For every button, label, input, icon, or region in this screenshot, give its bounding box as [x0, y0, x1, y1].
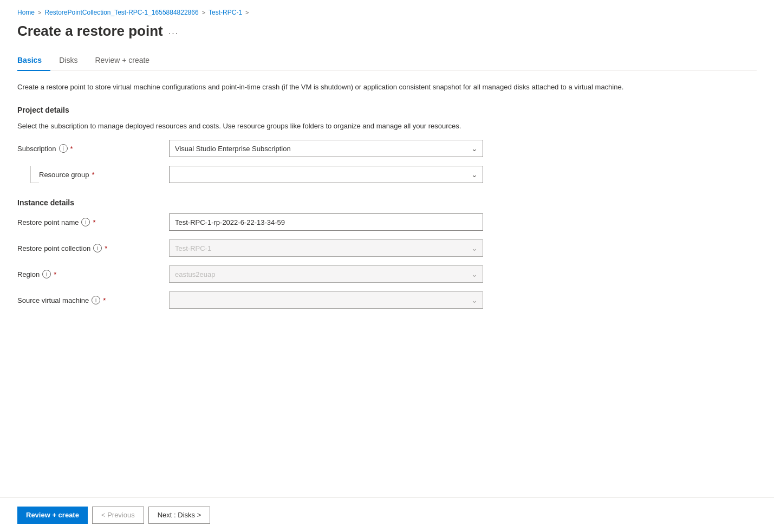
review-create-button[interactable]: Review + create — [17, 507, 88, 524]
resource-group-select[interactable] — [169, 166, 483, 183]
restore-point-collection-required: * — [105, 244, 107, 252]
restore-point-collection-row: Restore point collection i * Test-RPC-1 — [17, 239, 757, 257]
restore-point-name-input[interactable] — [169, 213, 483, 231]
restore-point-name-required: * — [93, 218, 95, 226]
source-vm-select-wrapper — [169, 291, 483, 309]
page-options-button[interactable]: ... — [168, 27, 179, 36]
region-select[interactable]: eastus2euap — [169, 265, 483, 283]
restore-point-name-row: Restore point name i * — [17, 213, 757, 231]
instance-details-header: Instance details — [17, 198, 757, 207]
breadcrumb-item[interactable]: Test-RPC-1 — [209, 9, 242, 16]
restore-point-name-info-icon[interactable]: i — [81, 218, 90, 226]
rg-connector — [30, 166, 39, 183]
source-vm-select[interactable] — [169, 291, 483, 309]
region-info-icon[interactable]: i — [42, 270, 51, 278]
breadcrumb: Home > RestorePointCollection_Test-RPC-1… — [17, 9, 757, 16]
tab-disks[interactable]: Disks — [59, 50, 86, 71]
previous-button[interactable]: < Previous — [92, 507, 144, 524]
region-select-wrapper: eastus2euap — [169, 265, 483, 283]
next-disks-button[interactable]: Next : Disks > — [148, 507, 211, 524]
source-vm-label: Source virtual machine — [17, 296, 89, 304]
subscription-select[interactable]: Visual Studio Enterprise Subscription — [169, 140, 483, 157]
region-row: Region i * eastus2euap — [17, 265, 757, 283]
breadcrumb-home[interactable]: Home — [17, 9, 35, 16]
subscription-row: Subscription i * Visual Studio Enterpris… — [17, 140, 757, 157]
breadcrumb-sep-1: > — [38, 9, 41, 16]
region-label: Region — [17, 270, 40, 278]
subscription-label: Subscription — [17, 145, 56, 153]
source-vm-info-icon[interactable]: i — [92, 296, 100, 304]
project-details-header: Project details — [17, 106, 757, 114]
subscription-info-icon[interactable]: i — [59, 144, 68, 153]
page-title: Create a restore point — [17, 23, 163, 40]
source-vm-required: * — [103, 296, 106, 304]
breadcrumb-sep-3: > — [245, 9, 249, 16]
restore-point-collection-select[interactable]: Test-RPC-1 — [169, 239, 483, 257]
project-details-section: Project details Select the subscription … — [17, 106, 757, 184]
page-title-row: Create a restore point ... — [17, 23, 757, 40]
region-required: * — [54, 270, 56, 278]
project-sub-description: Select the subscription to manage deploy… — [17, 121, 757, 132]
resource-group-select-wrapper — [169, 166, 483, 183]
restore-point-name-label: Restore point name — [17, 218, 79, 226]
resource-group-row: Resource group * — [17, 166, 757, 183]
subscription-required: * — [70, 145, 73, 153]
subscription-select-wrapper: Visual Studio Enterprise Subscription — [169, 140, 483, 157]
restore-point-collection-info-icon[interactable]: i — [93, 244, 102, 252]
breadcrumb-collection[interactable]: RestorePointCollection_Test-RPC-1_165588… — [44, 9, 198, 16]
restore-point-collection-label: Restore point collection — [17, 244, 90, 252]
instance-details-section: Instance details Restore point name i * … — [17, 198, 757, 309]
source-vm-row: Source virtual machine i * — [17, 291, 757, 309]
bottom-action-bar: Review + create < Previous Next : Disks … — [0, 497, 774, 532]
tab-basics[interactable]: Basics — [17, 50, 50, 71]
breadcrumb-sep-2: > — [202, 9, 205, 16]
page-description: Create a restore point to store virtual … — [17, 82, 721, 93]
resource-group-label: Resource group — [39, 171, 89, 179]
resource-group-required: * — [92, 171, 95, 179]
tabs-container: Basics Disks Review + create — [17, 50, 757, 71]
restore-point-collection-select-wrapper: Test-RPC-1 — [169, 239, 483, 257]
tab-review-create[interactable]: Review + create — [95, 50, 158, 71]
